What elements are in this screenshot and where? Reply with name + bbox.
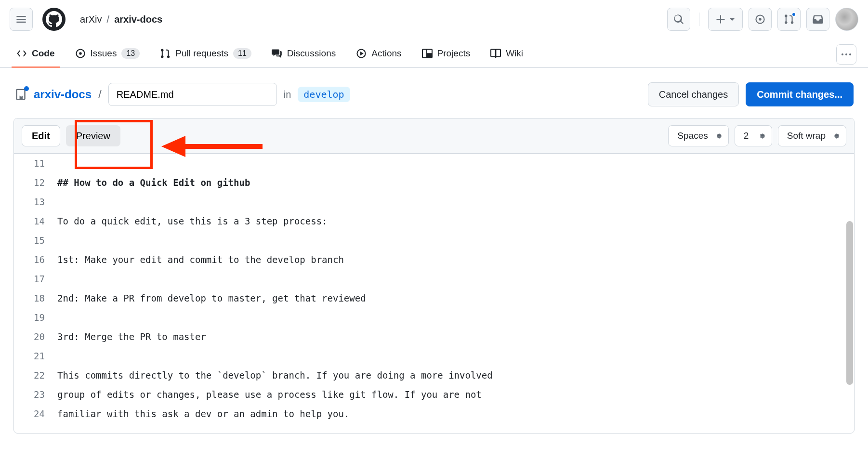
repo-nav: Code Issues 13 Pull requests 11 Discussi…: [0, 41, 868, 68]
kebab-icon: [841, 53, 852, 56]
wiki-icon: [490, 48, 501, 59]
line-number: 21: [14, 346, 57, 366]
line-text: ## How to do a Quick Edit on github: [57, 173, 250, 192]
issues-counter: 13: [121, 48, 140, 59]
pull-requests-global-button[interactable]: [777, 8, 801, 31]
breadcrumb-repo[interactable]: arxiv-docs: [114, 14, 162, 25]
scrollbar-thumb[interactable]: [846, 221, 853, 385]
tab-actions[interactable]: Actions: [351, 41, 406, 67]
inbox-icon: [813, 14, 823, 25]
code-line[interactable]: 21: [14, 346, 854, 366]
search-icon: [673, 14, 684, 25]
projects-icon: [422, 48, 433, 59]
hamburger-menu-button[interactable]: [10, 8, 33, 31]
file-edit-bar: arxiv-docs / in develop Cancel changes C…: [0, 68, 868, 114]
breadcrumb: arXiv / arxiv-docs: [80, 14, 162, 25]
filename-input[interactable]: [108, 83, 277, 106]
wrap-select[interactable]: Soft wrap: [778, 125, 846, 146]
more-repo-nav-button[interactable]: [836, 44, 856, 65]
line-number: 13: [14, 192, 57, 211]
code-icon: [16, 48, 27, 59]
code-line[interactable]: 19: [14, 308, 854, 327]
issue-circle-icon: [755, 14, 765, 25]
code-line[interactable]: 24familiar with this ask a dev or an adm…: [14, 404, 854, 423]
commit-button[interactable]: Commit changes...: [746, 82, 854, 106]
line-text: 3rd: Merge the PR to master: [57, 327, 206, 346]
cancel-button[interactable]: Cancel changes: [648, 82, 739, 106]
github-icon: [46, 11, 62, 27]
line-text: To do a quick edit, use this is a 3 step…: [57, 211, 328, 231]
in-label: in: [284, 89, 291, 100]
line-number: 16: [14, 250, 57, 269]
discussion-icon: [272, 48, 282, 59]
avatar[interactable]: [835, 8, 858, 31]
code-line[interactable]: 11: [14, 154, 854, 173]
search-button[interactable]: [667, 8, 690, 31]
code-line[interactable]: 182nd: Make a PR from develop to master,…: [14, 289, 854, 308]
tab-issues[interactable]: Issues 13: [70, 41, 145, 67]
actions-icon: [356, 48, 367, 59]
inbox-button[interactable]: [806, 8, 829, 31]
tab-code[interactable]: Code: [12, 41, 60, 67]
code-line[interactable]: 12## How to do a Quick Edit on github: [14, 173, 854, 192]
caret-down-icon: [729, 16, 735, 22]
tab-discussions[interactable]: Discussions: [267, 41, 341, 67]
code-area[interactable]: 1112## How to do a Quick Edit on github1…: [14, 154, 854, 433]
code-line[interactable]: 161st: Make your edit and commit to the …: [14, 250, 854, 269]
repo-link[interactable]: arxiv-docs: [34, 88, 92, 101]
line-number: 17: [14, 269, 57, 289]
code-line[interactable]: 203rd: Merge the PR to master: [14, 327, 854, 346]
tab-pull-requests[interactable]: Pull requests 11: [155, 41, 256, 67]
svg-point-1: [845, 53, 847, 55]
issue-icon: [75, 48, 86, 59]
code-line[interactable]: 14To do a quick edit, use this is a 3 st…: [14, 211, 854, 231]
line-number: 19: [14, 308, 57, 327]
pulls-counter: 11: [233, 48, 251, 59]
plus-icon: [716, 14, 725, 24]
line-number: 23: [14, 385, 57, 404]
code-line[interactable]: 23group of edits or changes, please use …: [14, 385, 854, 404]
code-line[interactable]: 17: [14, 269, 854, 289]
branch-badge: develop: [298, 87, 350, 102]
breadcrumb-owner[interactable]: arXiv: [80, 14, 102, 25]
line-number: 22: [14, 366, 57, 385]
edit-tab[interactable]: Edit: [22, 125, 60, 146]
line-number: 11: [14, 154, 57, 173]
notification-dot: [791, 12, 796, 17]
code-line[interactable]: 15: [14, 231, 854, 250]
hamburger-icon: [16, 14, 26, 25]
line-number: 24: [14, 404, 57, 423]
tab-projects[interactable]: Projects: [417, 41, 475, 67]
line-number: 14: [14, 211, 57, 231]
github-logo[interactable]: [42, 8, 66, 31]
repo-status-icon: [14, 88, 27, 101]
svg-point-0: [842, 53, 843, 55]
indent-size-select[interactable]: 2: [735, 125, 772, 146]
line-text: 1st: Make your edit and commit to the de…: [57, 250, 344, 269]
svg-point-2: [849, 53, 851, 55]
issues-global-button[interactable]: [749, 8, 772, 31]
line-number: 12: [14, 173, 57, 192]
line-text: group of edits or changes, please use a …: [57, 385, 482, 404]
code-line[interactable]: 13: [14, 192, 854, 211]
global-header: arXiv / arxiv-docs: [0, 0, 868, 33]
tab-wiki[interactable]: Wiki: [486, 41, 528, 67]
code-line[interactable]: 22This commits directly to the `develop`…: [14, 366, 854, 385]
line-text: 2nd: Make a PR from develop to master, g…: [57, 289, 366, 308]
editor: Edit Preview Spaces 2 Soft wrap 1112## H…: [13, 118, 855, 434]
line-number: 15: [14, 231, 57, 250]
indent-mode-select[interactable]: Spaces: [668, 125, 728, 146]
line-text: familiar with this ask a dev or an admin…: [57, 404, 349, 423]
add-menu-button[interactable]: [708, 8, 743, 31]
line-number: 20: [14, 327, 57, 346]
line-text: This commits directly to the `develop` b…: [57, 366, 493, 385]
pull-request-icon: [160, 48, 171, 59]
line-number: 18: [14, 289, 57, 308]
